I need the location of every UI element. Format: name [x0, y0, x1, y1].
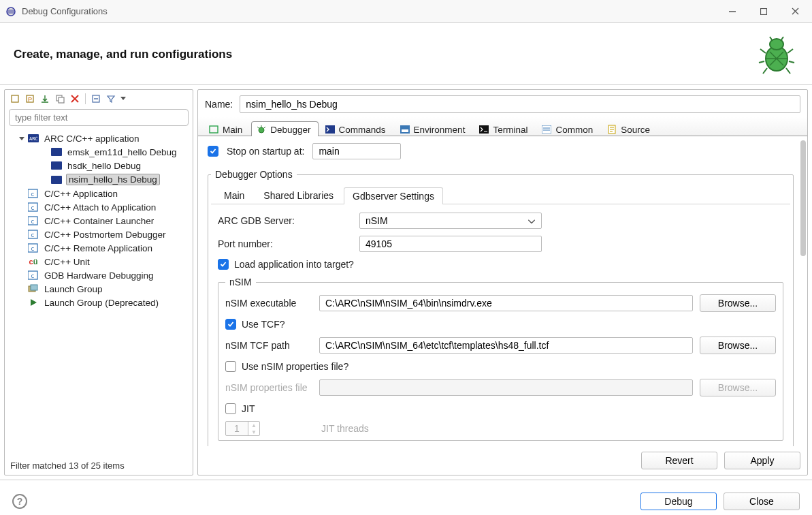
tab-terminal[interactable]: Terminal — [474, 121, 535, 136]
tab-common[interactable]: Common — [536, 121, 600, 136]
svg-rect-8 — [59, 97, 64, 103]
svg-rect-13 — [51, 161, 62, 170]
subtab-main[interactable]: Main — [215, 187, 253, 204]
window-title: Debug Configurations — [22, 6, 717, 16]
use-props-checkbox[interactable] — [225, 361, 236, 372]
tree-label: C/C++ Attach to Application — [43, 202, 157, 213]
tab-main[interactable]: Main — [204, 121, 250, 136]
config-icon — [51, 160, 62, 171]
banner-heading: Create, manage, and run configurations — [14, 48, 755, 61]
jit-label: JIT — [242, 403, 255, 414]
close-button[interactable]: Close — [724, 493, 800, 510]
tree-item-gdb-hw[interactable]: c GDB Hardware Debugging — [5, 268, 193, 282]
svg-text:c: c — [31, 272, 34, 279]
tree-label: emsk_em11d_hello Debug — [66, 147, 178, 157]
export-config-icon[interactable] — [39, 93, 51, 105]
filter-status-text: Filter matched 13 of 25 items — [5, 456, 193, 475]
jit-checkbox[interactable] — [225, 403, 236, 414]
tree-label: C/C++ Container Launcher — [43, 216, 155, 226]
duplicate-config-icon[interactable] — [54, 93, 66, 105]
tab-debugger[interactable]: Debugger — [251, 121, 318, 136]
tab-environment[interactable]: Environment — [395, 121, 473, 136]
tree-item-arc-cpp-app[interactable]: ARC ARC C/C++ application — [5, 131, 193, 145]
apply-button[interactable]: Apply — [724, 452, 800, 469]
tree-item-cpp-remote[interactable]: c C/C++ Remote Application — [5, 241, 193, 255]
window-maximize-button[interactable] — [748, 1, 779, 22]
stop-on-startup-checkbox[interactable] — [208, 146, 218, 157]
config-icon — [51, 174, 62, 185]
c-box-icon: c — [28, 202, 39, 213]
debug-bug-icon — [755, 33, 798, 76]
tree-item-launch-group[interactable]: Launch Group — [5, 282, 193, 296]
svg-text:c: c — [31, 191, 34, 198]
scrollbar[interactable] — [800, 140, 806, 256]
tree-item-cpp-attach[interactable]: c C/C++ Attach to Application — [5, 200, 193, 214]
c-box-icon: c — [28, 243, 39, 253]
dialog-bottombar: ? Debug Close — [0, 480, 812, 515]
sidebar-toolbar: P — [5, 90, 193, 108]
debugger-options-group: Debugger Options Main Shared Libraries G… — [208, 169, 794, 446]
tab-label: Common — [555, 125, 593, 135]
tab-label: Debugger — [270, 125, 310, 135]
name-input[interactable] — [240, 95, 800, 113]
tab-commands[interactable]: Commands — [320, 121, 393, 136]
tree-label: C/C++ Remote Application — [43, 243, 154, 253]
debug-button[interactable]: Debug — [640, 493, 717, 510]
jit-threads-label: JIT threads — [321, 423, 369, 434]
nsim-exec-input[interactable] — [319, 295, 693, 311]
config-icon — [51, 146, 62, 157]
tab-content-area: Stop on startup at: Debugger Options Mai… — [198, 136, 807, 446]
name-label: Name: — [205, 99, 233, 110]
arc-gdb-server-select[interactable] — [359, 213, 542, 229]
arc-gdb-server-value[interactable] — [359, 213, 542, 229]
tree-label: C/C++ Application — [43, 189, 119, 199]
gdbserver-settings-panel: ARC GDB Server: Port number: — [211, 204, 790, 443]
new-prototype-icon[interactable]: P — [24, 93, 36, 105]
tree-item-launch-group-deprecated[interactable]: Launch Group (Deprecated) — [5, 296, 193, 309]
window-close-button[interactable] — [779, 1, 811, 22]
tree-item-nsim-selected[interactable]: nsim_hello_hs Debug — [5, 172, 193, 187]
tree-item-cpp-unit[interactable]: cü C/C++ Unit — [5, 255, 193, 268]
environment-tab-icon — [400, 124, 410, 135]
collapse-all-icon[interactable] — [90, 93, 102, 105]
load-app-checkbox[interactable] — [218, 259, 229, 270]
tab-source[interactable]: Source — [602, 121, 657, 136]
window-titlebar: Debug Configurations — [0, 0, 812, 23]
use-tcf-checkbox[interactable] — [225, 319, 236, 330]
tcf-path-input[interactable] — [319, 337, 693, 354]
svg-rect-4 — [12, 95, 18, 102]
config-detail-panel: Name: Main Debugger Commands — [197, 89, 808, 475]
tree-label: C/C++ Unit — [43, 257, 91, 267]
filter-icon[interactable] — [105, 93, 117, 105]
subtab-shared-libs[interactable]: Shared Libraries — [255, 187, 342, 204]
tree-item-cpp-container[interactable]: c C/C++ Container Launcher — [5, 214, 193, 228]
svg-rect-14 — [51, 176, 62, 184]
new-config-icon[interactable] — [9, 93, 21, 105]
nsim-exec-browse-button[interactable]: Browse... — [700, 294, 776, 312]
svg-rect-28 — [31, 285, 37, 290]
help-icon[interactable]: ? — [12, 494, 27, 509]
tree-item-cpp-app[interactable]: c C/C++ Application — [5, 187, 193, 200]
tree-item-hsdk[interactable]: hsdk_hello Debug — [5, 159, 193, 172]
config-tree: ARC ARC C/C++ application emsk_em11d_hel… — [5, 130, 193, 456]
tree-label: Launch Group (Deprecated) — [43, 298, 160, 308]
svg-rect-1 — [761, 8, 767, 14]
port-number-input[interactable] — [359, 236, 542, 252]
filter-menu-icon[interactable] — [120, 93, 127, 105]
tree-item-emsk[interactable]: emsk_em11d_hello Debug — [5, 145, 193, 159]
nsim-exec-label: nSIM executable — [225, 298, 312, 309]
tcf-path-browse-button[interactable]: Browse... — [700, 337, 776, 354]
arc-gdb-server-label: ARC GDB Server: — [218, 215, 354, 226]
c-box-icon: c — [28, 229, 39, 240]
spinner-down-icon: ▼ — [248, 428, 259, 435]
filter-input[interactable] — [9, 109, 189, 126]
subtab-gdbserver[interactable]: Gdbserver Settings — [344, 187, 443, 204]
window-minimize-button[interactable] — [717, 1, 748, 22]
tree-expand-icon[interactable] — [17, 134, 27, 143]
delete-config-icon[interactable] — [69, 93, 81, 105]
tree-item-cpp-postmortem[interactable]: c C/C++ Postmortem Debugger — [5, 228, 193, 241]
revert-button[interactable]: Revert — [641, 452, 717, 469]
svg-rect-33 — [402, 129, 408, 132]
tree-label: C/C++ Postmortem Debugger — [43, 230, 167, 240]
stop-on-startup-input[interactable] — [312, 143, 401, 159]
